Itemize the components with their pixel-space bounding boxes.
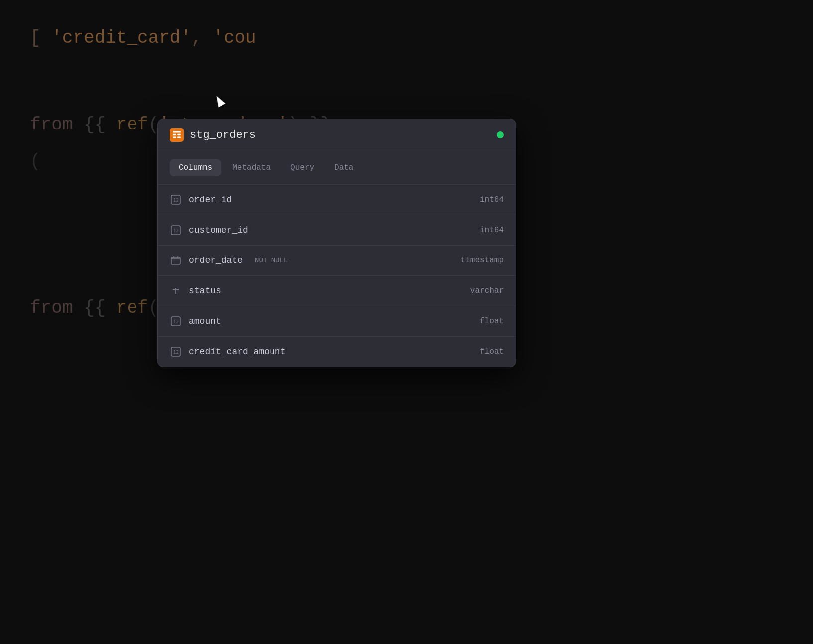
tabs-container: Columns Metadata Query Data	[158, 151, 516, 185]
column-row-customer-id: 12 customer_id int64	[158, 215, 516, 246]
column-row-amount: 12 amount float	[158, 306, 516, 337]
col-type-order-id: int64	[480, 195, 504, 204]
column-left: 12 amount	[170, 315, 221, 327]
column-left: 12 customer_id	[170, 224, 248, 236]
popup-header: stg_orders	[158, 119, 516, 151]
popup-title-area: stg_orders	[170, 128, 256, 142]
table-icon	[170, 128, 184, 142]
svg-rect-4	[177, 136, 181, 138]
col-name-status: status	[189, 286, 221, 296]
column-row-order-date: order_date NOT NULL timestamp	[158, 246, 516, 276]
number-icon-order-id: 12	[170, 194, 182, 206]
tab-data[interactable]: Data	[325, 159, 362, 176]
col-name-customer-id: customer_id	[189, 225, 248, 235]
tab-columns[interactable]: Columns	[170, 159, 221, 176]
column-left: order_date NOT NULL	[170, 255, 288, 266]
col-type-amount: float	[480, 317, 504, 326]
columns-list: 12 order_id int64 12 customer_id int64	[158, 185, 516, 367]
popup-title: stg_orders	[190, 129, 256, 141]
tab-metadata[interactable]: Metadata	[223, 159, 279, 176]
col-name-amount: amount	[189, 316, 221, 326]
svg-rect-1	[173, 134, 176, 135]
column-row-order-id: 12 order_id int64	[158, 185, 516, 215]
tab-query[interactable]: Query	[281, 159, 323, 176]
col-type-credit-card-amount: float	[480, 347, 504, 356]
code-line-1: [ 'credit_card', 'cou	[30, 25, 783, 52]
svg-rect-9	[171, 257, 180, 264]
column-left: 12 credit_card_amount	[170, 346, 285, 358]
col-name-credit-card-amount: credit_card_amount	[189, 347, 285, 357]
col-type-order-date: timestamp	[461, 256, 504, 265]
col-name-order-id: order_id	[189, 195, 232, 205]
svg-rect-3	[173, 136, 176, 138]
number-icon-amount: 12	[170, 315, 182, 327]
svg-text:12: 12	[173, 198, 179, 203]
number-icon-credit-card-amount: 12	[170, 346, 182, 358]
column-row-credit-card-amount: 12 credit_card_amount float	[158, 337, 516, 367]
column-row-status: status varchar	[158, 276, 516, 306]
col-name-order-date: order_date	[189, 256, 243, 265]
col-type-customer-id: int64	[480, 226, 504, 235]
svg-text:12: 12	[173, 350, 179, 355]
number-icon-customer-id: 12	[170, 224, 182, 236]
column-left: status	[170, 285, 221, 297]
svg-text:12: 12	[173, 228, 179, 233]
text-icon-status	[170, 285, 182, 297]
col-type-status: varchar	[470, 286, 504, 295]
status-dot	[497, 131, 504, 138]
col-constraint-order-date: NOT NULL	[255, 257, 288, 264]
calendar-icon-order-date	[170, 255, 182, 266]
svg-rect-2	[177, 134, 181, 135]
svg-text:12: 12	[173, 319, 179, 324]
column-left: 12 order_id	[170, 194, 232, 206]
popup-panel: stg_orders Columns Metadata Query Data 1…	[157, 119, 516, 367]
svg-rect-0	[173, 131, 181, 132]
